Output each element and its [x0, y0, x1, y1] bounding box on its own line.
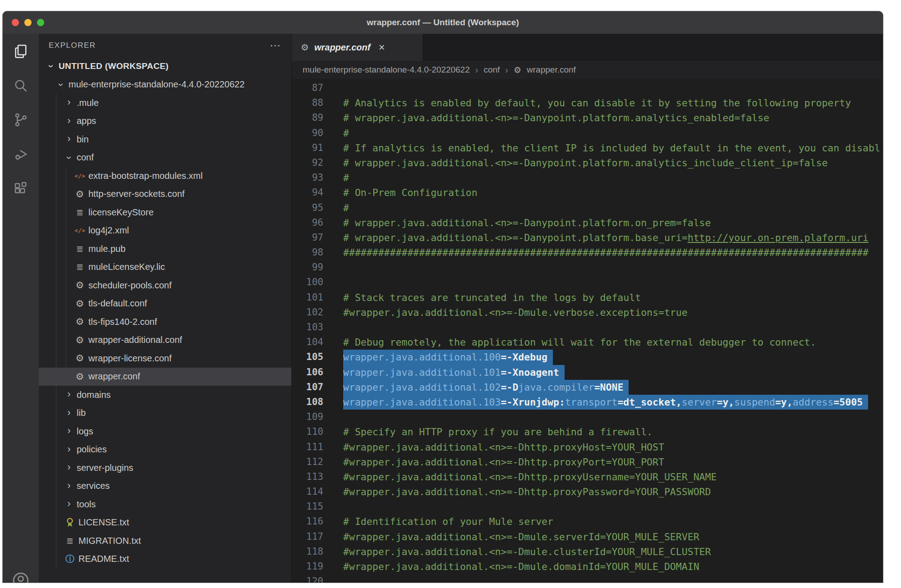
tree-item-bin[interactable]: ›bin: [39, 130, 291, 149]
code-line-98[interactable]: 98######################################…: [292, 245, 883, 260]
breadcrumb-item-conf[interactable]: conf: [483, 65, 500, 75]
code-line-103[interactable]: 103: [292, 320, 883, 335]
line-content: # On-Prem Configuration: [343, 185, 478, 200]
tree-item-apps[interactable]: ›apps: [39, 112, 291, 131]
source-control-icon[interactable]: [11, 110, 30, 129]
line-number: 113: [292, 469, 323, 484]
tree-item-label: LICENSE.txt: [78, 517, 129, 528]
line-number: 90: [292, 126, 323, 141]
tab-label: wrapper.conf: [314, 42, 370, 53]
code-line-101[interactable]: 101# Stack traces are truncated in the l…: [292, 290, 883, 305]
tree-item-mulelicensekey-lic[interactable]: ≣muleLicenseKey.lic: [39, 258, 291, 277]
tree-item-label: tls-default.conf: [88, 298, 147, 309]
tree-item-wrapper-conf[interactable]: ⚙wrapper.conf: [39, 368, 291, 386]
tree-item-mule-pub[interactable]: ≣mule.pub: [39, 240, 291, 258]
code-line-110[interactable]: 110# Specify an HTTP proxy if you are be…: [292, 424, 883, 439]
code-line-114[interactable]: 114#wrapper.java.additional.<n>=-Dhttp.p…: [292, 484, 883, 499]
code-line-109[interactable]: 109: [292, 410, 883, 424]
xml-file-icon: </>: [73, 173, 87, 179]
tree-item-logs[interactable]: ›logs: [39, 422, 291, 441]
line-number: 120: [292, 574, 323, 583]
tree-item-services[interactable]: ›services: [39, 477, 291, 496]
code-line-95[interactable]: 95#: [292, 201, 883, 215]
code-line-115[interactable]: 115: [292, 499, 883, 514]
extensions-icon[interactable]: [11, 179, 30, 198]
code-line-94[interactable]: 94# On-Prem Configuration: [292, 185, 883, 200]
code-line-108[interactable]: 108wrapper.java.additional.103=-Xrunjdwp…: [292, 395, 883, 410]
code-line-107[interactable]: 107wrapper.java.additional.102=-Djava.co…: [292, 380, 883, 395]
tree-item-licensekeystore[interactable]: ≣licenseKeyStore: [39, 203, 291, 222]
code-line-102[interactable]: 102#wrapper.java.additional.<n>=-Dmule.v…: [292, 305, 883, 320]
code-line-111[interactable]: 111#wrapper.java.additional.<n>=-Dhttp.p…: [292, 440, 883, 455]
code-line-97[interactable]: 97# wrapper.java.additional.<n>=-Danypoi…: [292, 230, 883, 245]
line-number: 97: [292, 230, 323, 245]
explorer-icon[interactable]: [11, 42, 30, 61]
line-content: # wrapper.java.additional.<n>=-Danypoint…: [343, 155, 827, 170]
code-line-105[interactable]: 105wrapper.java.additional.100=-Xdebug: [292, 350, 883, 365]
tree-item-label: wrapper-additional.conf: [88, 335, 182, 345]
code-line-91[interactable]: 91# If analytics is enabled, the client …: [292, 141, 883, 155]
code-line-96[interactable]: 96# wrapper.java.additional.<n>=-Danypoi…: [292, 215, 883, 230]
tree-item-http-server-sockets-conf[interactable]: ⚙http-server-sockets.conf: [39, 185, 291, 204]
code-line-116[interactable]: 116# Identification of your Mule server: [292, 514, 883, 529]
run-and-debug-icon[interactable]: [11, 145, 30, 164]
line-number: 89: [292, 110, 323, 125]
tree-item-scheduler-pools-conf[interactable]: ⚙scheduler-pools.conf: [39, 276, 291, 295]
code-line-104[interactable]: 104# Debug remotely, the application wil…: [292, 335, 883, 350]
tree-item-readme-txt[interactable]: ⓘREADME.txt: [39, 550, 291, 569]
code-line-119[interactable]: 119#wrapper.java.additional.<n>=-Dmule.d…: [292, 559, 883, 574]
code-line-118[interactable]: 118#wrapper.java.additional.<n>=-Dmule.c…: [292, 544, 883, 559]
line-content: # wrapper.java.additional.<n>=-Danypoint…: [343, 215, 711, 230]
info-icon: ⓘ: [63, 553, 77, 565]
tree-item-untitled-workspace[interactable]: ›UNTITLED (WORKSPACE): [39, 57, 291, 76]
tree-item-wrapper-additional-conf[interactable]: ⚙wrapper-additional.conf: [39, 331, 291, 350]
code-line-100[interactable]: 100: [292, 275, 883, 290]
tree-item-wrapper-license-conf[interactable]: ⚙wrapper-license.conf: [39, 349, 291, 368]
tree-item-log4j2-xml[interactable]: </>log4j2.xml: [39, 222, 291, 240]
code-line-89[interactable]: 89# wrapper.java.additional.<n>=-Danypoi…: [292, 110, 883, 125]
line-content: # Specify an HTTP proxy if you are behin…: [343, 424, 653, 439]
tree-item-tls-default-conf[interactable]: ⚙tls-default.conf: [39, 295, 291, 313]
close-tab-icon[interactable]: ×: [378, 41, 385, 54]
line-number: 109: [292, 410, 323, 424]
chevron-down-icon: ›: [63, 152, 75, 164]
code-line-112[interactable]: 112#wrapper.java.additional.<n>=-Dhttp.p…: [292, 455, 883, 469]
code-line-120[interactable]: 120: [292, 574, 883, 583]
tree-item-migration-txt[interactable]: ≣MIGRATION.txt: [39, 532, 291, 550]
code-editor[interactable]: 8788# Analytics is enabled by default, y…: [292, 79, 883, 583]
code-line-90[interactable]: 90#: [292, 126, 883, 141]
tree-item-conf[interactable]: ›conf: [39, 149, 291, 167]
chevron-right-icon: ›: [63, 443, 75, 455]
tree-item-policies[interactable]: ›policies: [39, 441, 291, 459]
gear-icon: ⚙: [73, 371, 87, 382]
tree-item-mule[interactable]: ›.mule: [39, 94, 291, 112]
code-line-106[interactable]: 106wrapper.java.additional.101=-Xnoagent: [292, 365, 883, 380]
tree-item-lib[interactable]: ›lib: [39, 404, 291, 423]
tree-item-domains[interactable]: ›domains: [39, 386, 291, 404]
line-number: 103: [292, 320, 323, 335]
breadcrumb-item-file[interactable]: wrapper.conf: [527, 65, 576, 75]
tree-item-tls-fips140-2-conf[interactable]: ⚙tls-fips140-2.conf: [39, 313, 291, 331]
tree-item-label: mule.pub: [88, 244, 125, 254]
account-icon[interactable]: [11, 571, 30, 583]
tree-item-mule-enterprise-standalone-4-4-0-20220622[interactable]: ›mule-enterprise-standalone-4.4.0-202206…: [39, 76, 291, 94]
search-icon[interactable]: [11, 76, 30, 95]
tree-item-server-plugins[interactable]: ›server-plugins: [39, 459, 291, 477]
code-line-117[interactable]: 117#wrapper.java.additional.<n>=-Dmule.s…: [292, 529, 883, 544]
code-line-113[interactable]: 113#wrapper.java.additional.<n>=-Dhttp.p…: [292, 469, 883, 484]
tree-item-extra-bootstrap-modules-xml[interactable]: </>extra-bootstrap-modules.xml: [39, 167, 291, 185]
tree-item-license-txt[interactable]: LICENSE.txt: [39, 514, 291, 532]
code-line-99[interactable]: 99: [292, 260, 883, 275]
tree-item-tools[interactable]: ›tools: [39, 495, 291, 514]
tab-wrapper-conf[interactable]: ⚙ wrapper.conf ×: [292, 34, 423, 61]
breadcrumb-item-folder[interactable]: mule-enterprise-standalone-4.4.0-2022062…: [303, 65, 470, 75]
line-content: wrapper.java.additional.102=-Djava.compi…: [343, 380, 629, 395]
line-number: 91: [292, 141, 323, 155]
code-line-88[interactable]: 88# Analytics is enabled by default, you…: [292, 96, 883, 110]
line-number: 116: [292, 514, 323, 529]
line-number: 111: [292, 440, 323, 455]
code-line-92[interactable]: 92# wrapper.java.additional.<n>=-Danypoi…: [292, 155, 883, 170]
code-line-93[interactable]: 93#: [292, 170, 883, 185]
explorer-actions-icon[interactable]: ⋯: [270, 43, 281, 48]
code-line-87[interactable]: 87: [292, 81, 883, 96]
